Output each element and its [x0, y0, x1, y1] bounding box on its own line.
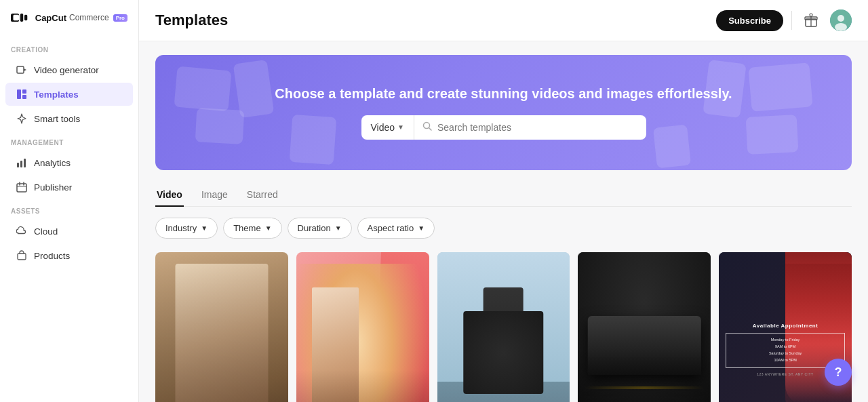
- card-appointment-title: Available Appointment: [726, 323, 845, 329]
- sidebar-item-templates[interactable]: Templates: [5, 83, 133, 106]
- user-avatar[interactable]: [830, 9, 852, 31]
- svg-point-22: [835, 23, 847, 31]
- help-icon: ?: [835, 365, 842, 380]
- motorcycle-shape: [464, 311, 543, 394]
- svg-rect-1: [13, 15, 19, 21]
- page-title: Templates: [155, 12, 228, 29]
- filter-duration-label: Duration: [298, 223, 331, 233]
- logo-text: CapCutCommerce Pro: [35, 13, 127, 23]
- template-card-checkitout[interactable]: CHECK IT OUT: [296, 252, 429, 402]
- smart-tools-icon: [16, 113, 27, 124]
- template-grid: ELEGANT CHECK IT OUT: [155, 252, 852, 402]
- filter-aspect-ratio-label: Aspect ratio: [368, 223, 414, 233]
- filter-industry-label: Industry: [165, 223, 197, 233]
- svg-rect-2: [20, 14, 23, 22]
- chevron-down-icon: ▼: [418, 224, 425, 232]
- sidebar-item-products-label: Products: [34, 251, 70, 261]
- template-card-elegant[interactable]: ELEGANT: [155, 252, 288, 402]
- logo[interactable]: CapCutCommerce Pro: [0, 11, 138, 38]
- content-area: Choose a template and create stunning vi…: [139, 41, 868, 402]
- publisher-icon: [16, 182, 27, 193]
- chevron-down-icon: ▼: [265, 224, 272, 232]
- chevron-down-icon: ▼: [397, 123, 404, 131]
- template-card-redefine[interactable]: REDEFINE COOL THE ULTIMATE CAR COLLECTIO…: [578, 252, 711, 402]
- search-type-button[interactable]: Video ▼: [361, 115, 414, 140]
- sidebar-item-publisher[interactable]: Publisher: [5, 176, 133, 199]
- assets-section-label: Assets: [0, 199, 138, 219]
- cloud-icon: [16, 226, 27, 237]
- sidebar-item-publisher-label: Publisher: [34, 182, 72, 193]
- tab-starred[interactable]: Starred: [245, 184, 279, 207]
- header: Templates Subscribe: [139, 0, 868, 41]
- sidebar-item-products[interactable]: Products: [5, 244, 133, 267]
- template-card-inner: CHECK IT OUT: [296, 252, 429, 402]
- hero-bg-shapes: [155, 55, 852, 170]
- svg-rect-11: [24, 159, 26, 167]
- search-type-label: Video: [371, 122, 395, 133]
- sidebar-item-cloud[interactable]: Cloud: [5, 220, 133, 243]
- svg-rect-3: [24, 15, 27, 21]
- sidebar-item-templates-label: Templates: [34, 89, 79, 100]
- sidebar-item-smart-tools[interactable]: Smart tools: [5, 107, 133, 130]
- filters: Industry ▼ Theme ▼ Duration ▼ Aspect rat…: [155, 218, 852, 239]
- template-card-dreams[interactable]: Dreams: [437, 252, 570, 402]
- svg-line-24: [429, 128, 431, 131]
- chevron-down-icon: ▼: [201, 224, 208, 232]
- svg-rect-4: [17, 66, 24, 73]
- svg-point-21: [837, 15, 844, 22]
- template-card-inner: ELEGANT: [155, 252, 288, 402]
- sidebar-item-video-generator-label: Video generator: [34, 65, 99, 75]
- pro-badge: Pro: [113, 14, 127, 22]
- search-icon: [422, 121, 432, 133]
- svg-rect-7: [22, 89, 26, 94]
- sidebar: CapCutCommerce Pro Creation Video genera…: [0, 0, 139, 402]
- svg-rect-6: [17, 89, 21, 99]
- subscribe-button[interactable]: Subscribe: [716, 10, 783, 31]
- card2-overlay: [296, 252, 429, 402]
- hero-title: Choose a template and create stunning vi…: [275, 86, 732, 102]
- header-actions: Subscribe: [716, 9, 852, 31]
- svg-rect-9: [17, 163, 19, 167]
- management-section-label: Management: [0, 131, 138, 150]
- tab-image[interactable]: Image: [200, 184, 229, 207]
- hero-banner: Choose a template and create stunning vi…: [155, 55, 852, 170]
- help-button[interactable]: ?: [825, 359, 852, 386]
- svg-rect-8: [22, 95, 26, 99]
- templates-icon: [16, 89, 27, 100]
- products-icon: [16, 250, 27, 261]
- filter-theme[interactable]: Theme ▼: [223, 218, 281, 239]
- template-card-inner: REDEFINE COOL THE ULTIMATE CAR COLLECTIO…: [578, 252, 711, 402]
- sidebar-item-smart-tools-label: Smart tools: [34, 114, 80, 124]
- card4-overlay: [578, 252, 711, 402]
- sidebar-item-video-generator[interactable]: Video generator: [5, 58, 133, 81]
- svg-rect-12: [17, 184, 26, 192]
- capcut-logo: [11, 11, 30, 24]
- main-content: Templates Subscribe: [139, 0, 868, 402]
- analytics-icon: [16, 157, 27, 168]
- filter-aspect-ratio[interactable]: Aspect ratio ▼: [357, 218, 435, 239]
- search-input-wrap: [414, 121, 646, 133]
- sidebar-item-analytics[interactable]: Analytics: [5, 151, 133, 174]
- tab-video[interactable]: Video: [155, 184, 184, 207]
- sidebar-item-cloud-label: Cloud: [34, 226, 58, 237]
- sidebar-item-analytics-label: Analytics: [34, 158, 71, 168]
- creation-section-label: Creation: [0, 38, 138, 58]
- gift-icon[interactable]: [800, 9, 822, 31]
- video-generator-icon: [16, 64, 27, 75]
- filter-duration[interactable]: Duration ▼: [288, 218, 352, 239]
- tabs: Video Image Starred: [155, 184, 852, 207]
- header-divider: [791, 11, 792, 30]
- fashion-overlay: [155, 252, 288, 402]
- search-bar: Video ▼: [361, 115, 646, 140]
- filter-theme-label: Theme: [233, 223, 260, 233]
- svg-rect-16: [18, 254, 26, 260]
- template-card-inner: Dreams: [437, 252, 570, 402]
- filter-industry[interactable]: Industry ▼: [155, 218, 218, 239]
- svg-rect-10: [20, 161, 22, 167]
- chevron-down-icon: ▼: [335, 224, 342, 232]
- search-input[interactable]: [437, 122, 638, 133]
- svg-marker-5: [24, 68, 26, 71]
